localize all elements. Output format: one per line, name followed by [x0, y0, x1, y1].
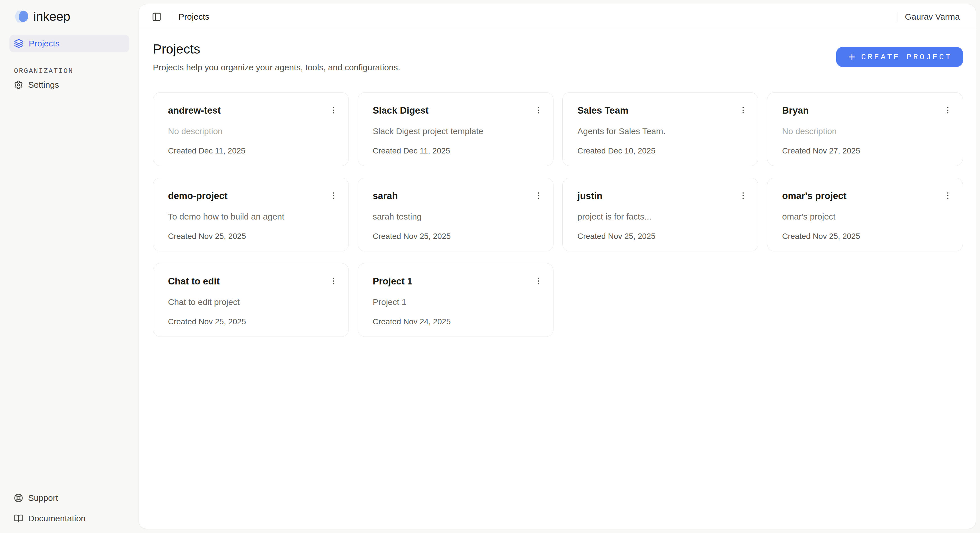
project-menu-button[interactable] [532, 104, 545, 116]
project-description: Chat to edit project [168, 297, 340, 307]
project-created-date: Created Dec 11, 2025 [373, 146, 545, 156]
project-name: Slack Digest [373, 104, 428, 116]
project-description: omar's project [782, 212, 954, 221]
project-menu-button[interactable] [328, 104, 340, 116]
project-card[interactable]: omar's project omar's project Created No… [767, 178, 963, 251]
project-menu-button[interactable] [737, 104, 749, 116]
project-created-date: Created Nov 25, 2025 [168, 232, 340, 241]
panel-left-icon [152, 12, 161, 22]
project-description: sarah testing [373, 212, 545, 221]
project-description: Slack Digest project template [373, 126, 545, 136]
breadcrumb: Projects [178, 12, 209, 22]
brand-logo[interactable]: inkeep [13, 9, 129, 24]
sidebar-item-label: Projects [29, 39, 59, 48]
ellipsis-vertical-icon [738, 191, 748, 200]
project-card[interactable]: Chat to edit Chat to edit project Create… [153, 263, 349, 337]
projects-grid: andrew-test No description Created Dec 1… [153, 92, 963, 337]
project-name: Sales Team [578, 104, 628, 116]
project-name: Chat to edit [168, 275, 220, 287]
ellipsis-vertical-icon [534, 106, 543, 115]
sidebar-item-support[interactable]: Support [10, 489, 129, 507]
project-card[interactable]: andrew-test No description Created Dec 1… [153, 92, 349, 166]
project-description: project is for facts... [578, 212, 749, 221]
ellipsis-vertical-icon [943, 106, 952, 115]
life-buoy-icon [14, 493, 23, 503]
book-open-icon [14, 514, 23, 523]
project-menu-button[interactable] [532, 189, 545, 202]
sidebar-nav: Projects ORGANIZATION Settings [10, 35, 129, 94]
ellipsis-vertical-icon [534, 277, 543, 286]
project-created-date: Created Nov 25, 2025 [373, 232, 545, 241]
header-divider [897, 12, 897, 22]
ellipsis-vertical-icon [329, 106, 338, 115]
sidebar-footer: Support Documentation [10, 489, 129, 533]
project-created-date: Created Dec 10, 2025 [578, 146, 749, 156]
inkeep-logo-icon [13, 10, 29, 23]
gear-icon [14, 80, 23, 89]
ellipsis-vertical-icon [534, 191, 543, 200]
project-card[interactable]: demo-project To demo how to build an age… [153, 178, 349, 251]
project-name: sarah [373, 189, 398, 201]
project-card[interactable]: justin project is for facts... Created N… [562, 178, 758, 251]
sidebar-item-projects[interactable]: Projects [10, 35, 129, 53]
content-header: Projects Projects help you organize your… [153, 42, 963, 72]
create-project-button[interactable]: CREATE PROJECT [836, 47, 963, 67]
page-content: Projects Projects help you organize your… [139, 29, 976, 529]
sidebar-section-organization: ORGANIZATION [14, 67, 129, 75]
project-created-date: Created Nov 25, 2025 [578, 232, 749, 241]
sidebar-item-label: Settings [28, 80, 59, 90]
create-project-label: CREATE PROJECT [861, 53, 952, 62]
project-menu-button[interactable] [328, 189, 340, 202]
project-created-date: Created Nov 24, 2025 [373, 317, 545, 326]
project-name: andrew-test [168, 104, 221, 116]
brand-wordmark: inkeep [33, 9, 70, 24]
ellipsis-vertical-icon [943, 191, 952, 200]
project-description: No description [782, 126, 954, 136]
project-description: To demo how to build an agent [168, 212, 340, 221]
project-created-date: Created Dec 11, 2025 [168, 146, 340, 156]
project-name: demo-project [168, 189, 228, 201]
ellipsis-vertical-icon [738, 106, 748, 115]
project-menu-button[interactable] [942, 104, 954, 116]
header-divider [171, 12, 171, 22]
project-menu-button[interactable] [328, 275, 340, 287]
sidebar: inkeep Projects ORGANIZATION Settings [0, 0, 138, 533]
ellipsis-vertical-icon [329, 191, 338, 200]
ellipsis-vertical-icon [329, 277, 338, 286]
project-description: No description [168, 126, 340, 136]
project-description: Project 1 [373, 297, 545, 307]
project-name: omar's project [782, 189, 846, 201]
sidebar-item-label: Documentation [28, 514, 86, 523]
project-card[interactable]: sarah sarah testing Created Nov 25, 2025 [358, 178, 554, 251]
top-bar: Projects Gaurav Varma [139, 4, 976, 29]
project-card[interactable]: Slack Digest Slack Digest project templa… [358, 92, 554, 166]
layers-icon [14, 39, 24, 48]
project-card[interactable]: Project 1 Project 1 Created Nov 24, 2025 [358, 263, 554, 337]
plus-icon [847, 52, 857, 62]
project-menu-button[interactable] [532, 275, 545, 287]
page-subtitle: Projects help you organize your agents, … [153, 63, 400, 72]
project-name: Project 1 [373, 275, 412, 287]
project-name: justin [578, 189, 603, 201]
project-created-date: Created Nov 25, 2025 [782, 232, 954, 241]
page-title: Projects [153, 42, 400, 56]
project-description: Agents for Sales Team. [578, 126, 749, 136]
project-menu-button[interactable] [942, 189, 954, 202]
sidebar-toggle-button[interactable] [150, 10, 164, 24]
project-card[interactable]: Sales Team Agents for Sales Team. Create… [562, 92, 758, 166]
project-created-date: Created Nov 25, 2025 [168, 317, 340, 326]
sidebar-item-label: Support [28, 493, 58, 503]
user-name[interactable]: Gaurav Varma [905, 12, 960, 22]
project-card[interactable]: Bryan No description Created Nov 27, 202… [767, 92, 963, 166]
project-created-date: Created Nov 27, 2025 [782, 146, 954, 156]
sidebar-item-settings[interactable]: Settings [10, 76, 129, 94]
main-panel: Projects Gaurav Varma Projects Projects … [138, 4, 976, 529]
project-menu-button[interactable] [737, 189, 749, 202]
sidebar-item-documentation[interactable]: Documentation [10, 510, 129, 527]
project-name: Bryan [782, 104, 809, 116]
